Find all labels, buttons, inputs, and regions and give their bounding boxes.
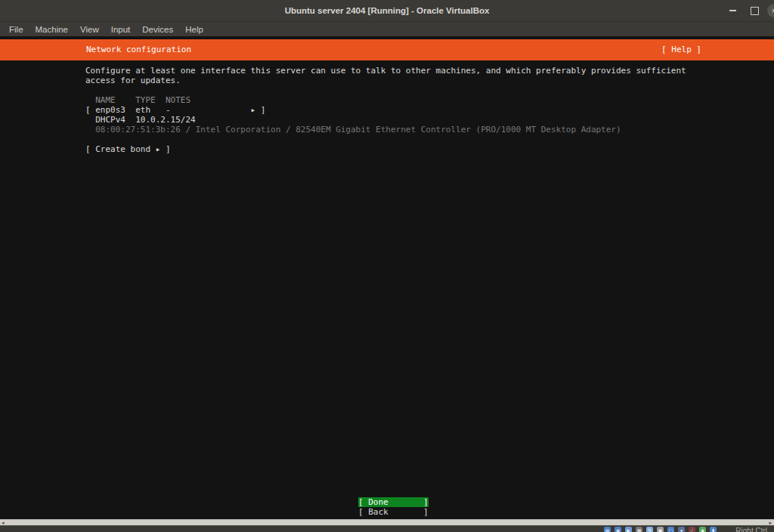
menu-item-help[interactable]: Help — [179, 25, 209, 34]
back-button[interactable]: [ Back ] — [358, 507, 429, 517]
virtualbox-window: Ubuntu server 2404 [Running] - Oracle Vi… — [0, 0, 774, 532]
menu-item-machine[interactable]: Machine — [29, 25, 74, 34]
menu-item-file[interactable]: File — [9, 25, 29, 34]
installer-header-bar: Network configuration [ Help ] — [0, 39, 774, 60]
close-button[interactable]: × — [765, 0, 774, 21]
window-title: Ubuntu server 2404 [Running] - Oracle Vi… — [0, 0, 774, 21]
installer-page-title: Network configuration — [86, 39, 191, 60]
intro-text-line2: access for updates. — [85, 76, 686, 85]
audio-icon[interactable]: ▶ — [625, 527, 632, 532]
display-icon[interactable]: ▢ — [667, 527, 674, 532]
create-bond-button[interactable]: [ Create bond ▸ ] — [85, 144, 686, 154]
intro-text-line1: Configure at least one interface this se… — [85, 66, 686, 76]
network-icon[interactable]: ▦ — [636, 527, 642, 532]
minimize-button[interactable] — [726, 0, 739, 21]
vm-display[interactable]: Network configuration [ Help ] Configure… — [0, 36, 774, 519]
window-titlebar[interactable]: Ubuntu server 2404 [Running] - Oracle Vi… — [0, 0, 774, 21]
vbox-statusbar: ▤ ◉ ▶ ▦ ⇅ ▣ ▢ ● ∕ ◆ ▮ Right Ctrl — [0, 525, 774, 532]
blank-line — [85, 135, 686, 144]
nic-table-header: NAME TYPE NOTES — [85, 95, 686, 105]
done-button[interactable]: [ Done ] — [358, 497, 429, 507]
blank-line — [85, 85, 686, 95]
menu-item-devices[interactable]: Devices — [136, 25, 179, 34]
nic-hardware-row: 08:00:27:51:3b:26 / Intel Corporation / … — [85, 125, 686, 135]
recording-icon[interactable]: ● — [678, 527, 685, 532]
installer-body: Configure at least one interface this se… — [85, 66, 686, 154]
optical-disk-icon[interactable]: ◉ — [615, 527, 621, 532]
menu-item-view[interactable]: View — [74, 25, 105, 34]
help-button[interactable]: [ Help ] — [661, 39, 701, 60]
maximize-button[interactable] — [748, 0, 761, 21]
menu-item-input[interactable]: Input — [105, 25, 137, 34]
usb-icon[interactable]: ⇅ — [646, 527, 653, 532]
menubar: File Machine View Input Devices Help — [0, 21, 774, 37]
minimize-icon — [729, 10, 736, 11]
statusbar-icons: ▤ ◉ ▶ ▦ ⇅ ▣ ▢ ● ∕ ◆ ▮ — [604, 527, 717, 532]
host-key-label: Right Ctrl — [735, 527, 767, 532]
maximize-icon — [751, 7, 759, 15]
hard-disk-icon[interactable]: ▤ — [604, 527, 611, 532]
features-icon[interactable]: ◆ — [699, 527, 706, 532]
nic-interface-row[interactable]: [ enp0s3 eth - ▸ ] — [85, 105, 686, 115]
nic-dhcp-row: DHCPv4 10.0.2.15/24 — [85, 115, 686, 125]
video-input-icon[interactable]: ∕ — [689, 527, 695, 532]
close-icon: × — [767, 4, 774, 17]
mouse-icon[interactable]: ▮ — [710, 527, 717, 532]
shared-folders-icon[interactable]: ▣ — [657, 527, 664, 532]
